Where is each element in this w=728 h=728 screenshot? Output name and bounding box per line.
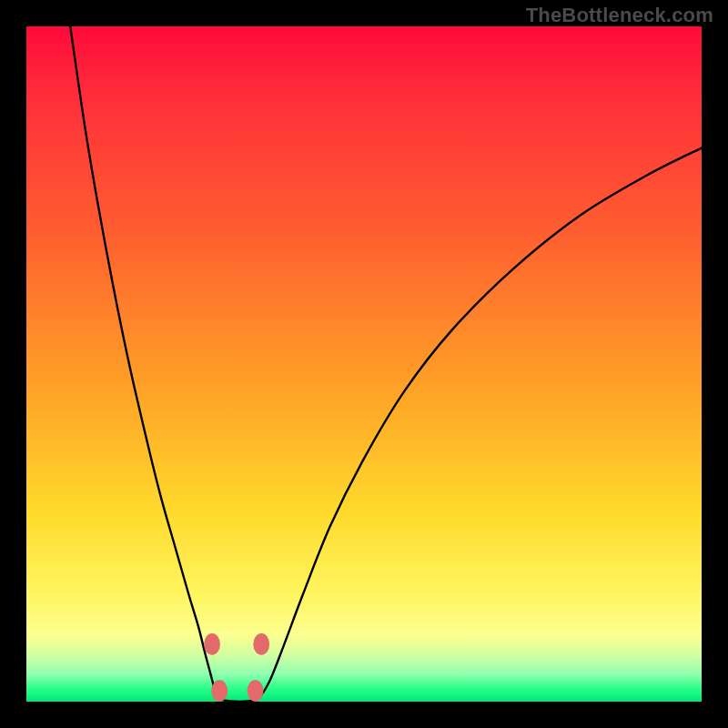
valley-marker (253, 633, 269, 655)
valley-markers (204, 633, 269, 702)
bottleneck-curve (70, 26, 702, 702)
watermark-text: TheBottleneck.com (526, 4, 713, 27)
valley-marker (211, 680, 228, 702)
frame: TheBottleneck.com (0, 0, 728, 728)
plot-area (26, 26, 702, 702)
valley-marker (248, 680, 264, 702)
chart-svg (26, 26, 702, 702)
valley-marker (204, 633, 220, 655)
